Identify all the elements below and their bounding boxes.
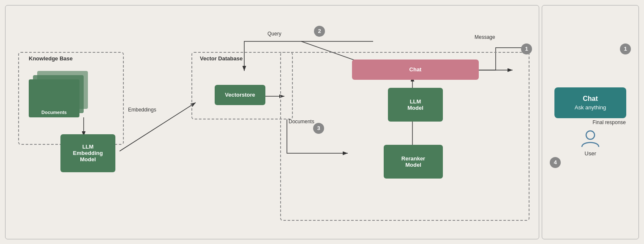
documents-label: Documents bbox=[289, 119, 314, 125]
step-1-badge: 1 bbox=[521, 43, 532, 54]
svg-point-8 bbox=[586, 131, 595, 139]
main-diagram-panel: Knowledge Base Documents Embeddings LLM … bbox=[5, 5, 539, 239]
final-response-label: Final response bbox=[592, 119, 626, 125]
embeddings-label: Embeddings bbox=[128, 107, 156, 113]
llm-model-box: LLM Model bbox=[388, 88, 443, 122]
right-ask-anything-label: Ask anything bbox=[564, 104, 617, 111]
query-label: Query bbox=[267, 31, 281, 37]
step-3-badge: 3 bbox=[313, 123, 324, 134]
right-chat-box[interactable]: Chat Ask anything bbox=[554, 87, 626, 118]
user-icon-group: User bbox=[580, 128, 600, 157]
vector-database-label: Vector Database bbox=[200, 55, 243, 62]
user-avatar-icon bbox=[580, 128, 600, 149]
right-chat-label: Chat bbox=[564, 95, 617, 103]
right-step-4-badge: 4 bbox=[550, 157, 561, 168]
right-step-1-badge: 1 bbox=[620, 43, 631, 54]
chat-box: Chat bbox=[352, 60, 479, 80]
reranker-model-box: Reranker Model bbox=[384, 145, 443, 179]
llm-embedding-model-box: LLM Embedding Model bbox=[60, 134, 115, 172]
step-2-badge: 2 bbox=[314, 26, 325, 37]
knowledge-base-label: Knowledge Base bbox=[29, 55, 73, 62]
user-label: User bbox=[584, 150, 596, 157]
vectorstore-box: Vectorstore bbox=[215, 85, 265, 105]
documents-box: Documents bbox=[29, 79, 79, 117]
right-panel: 1 Chat Ask anything Final response 4 Use… bbox=[542, 5, 639, 239]
message-label: Message bbox=[475, 34, 495, 40]
